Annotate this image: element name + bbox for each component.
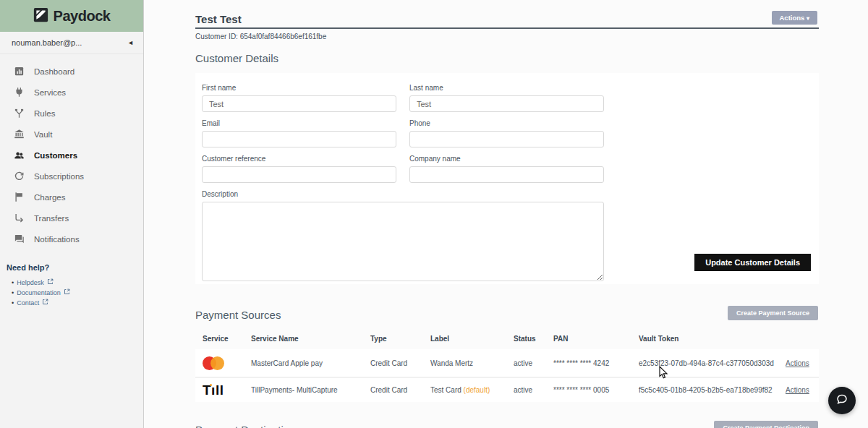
customer-id: Customer ID: 654af0faf84466b6ef161fbe — [195, 29, 819, 48]
chevron-down-icon: ▾ — [807, 15, 809, 22]
user-email: nouman.baber@p... — [12, 38, 82, 47]
cell-status: active — [514, 359, 553, 367]
help-chat-bubble-button[interactable] — [828, 387, 856, 414]
row-actions-link[interactable]: Actions — [786, 386, 809, 394]
col-type: Type — [370, 335, 430, 343]
sidebar-item-label: Charges — [34, 193, 65, 202]
col-service: Service — [203, 335, 251, 343]
phone-field-group: Phone — [409, 119, 604, 147]
col-pan: PAN — [553, 335, 639, 343]
plug-icon — [14, 87, 25, 98]
external-link-icon — [64, 288, 70, 296]
sidebar-item-notifications[interactable]: Notifications — [0, 228, 143, 249]
mastercard-logo-icon — [203, 356, 224, 370]
sidebar-item-customers[interactable]: Customers — [0, 145, 143, 166]
contact-link-label: Contact — [17, 299, 39, 307]
cell-pan: **** **** **** 4242 — [553, 359, 639, 367]
sidebar-item-label: Subscriptions — [34, 172, 84, 181]
payment-sources-table: MasterCard Apple pay Credit Card Wanda M… — [195, 349, 819, 402]
brand-name: Paydock — [54, 8, 111, 25]
need-help-title: Need help? — [7, 263, 143, 272]
sidebar-item-rules[interactable]: Rules — [0, 103, 143, 124]
default-badge: (default) — [464, 386, 490, 394]
row-actions-link[interactable]: Actions — [786, 359, 809, 367]
sidebar: Paydock nouman.baber@p... ◄ Dashboard Se… — [0, 0, 144, 428]
email-input[interactable] — [202, 131, 396, 147]
bank-icon — [14, 129, 25, 140]
customer-details-panel: First name Last name Email Phone Custome… — [195, 73, 819, 284]
update-customer-details-button[interactable]: Update Customer Details — [694, 254, 811, 271]
help-block: Need help? • Helpdesk • Documentation • … — [0, 263, 143, 307]
refresh-icon — [14, 171, 25, 181]
sidebar-collapse-icon[interactable]: ◄ — [127, 39, 134, 46]
sidebar-item-transfers[interactable]: Transfers — [0, 207, 143, 228]
company-name-label: Company name — [409, 155, 604, 163]
create-payment-destination-button[interactable]: Create Payment Destination — [714, 421, 818, 428]
company-name-input[interactable] — [409, 166, 604, 183]
documentation-link[interactable]: • Documentation — [12, 288, 143, 296]
sidebar-item-label: Dashboard — [34, 67, 75, 76]
sidebar-item-label: Customers — [34, 151, 77, 160]
page-header: Test Test Actions ▾ — [195, 0, 819, 29]
payment-sources-header: Payment Sources Create Payment Source — [195, 309, 819, 321]
table-row: MasterCard Apple pay Credit Card Wanda M… — [195, 349, 819, 377]
description-label: Description — [202, 190, 604, 198]
first-name-input[interactable] — [202, 95, 396, 112]
first-name-field-group: First name — [202, 84, 396, 112]
cell-service-name: TillPayments- MultiCapture — [251, 386, 370, 394]
description-textarea[interactable] — [202, 202, 604, 281]
email-field-group: Email — [202, 119, 396, 147]
brand-header: Paydock — [0, 0, 143, 32]
sidebar-item-charges[interactable]: Charges — [0, 187, 143, 207]
cell-status: active — [514, 386, 553, 394]
sidebar-item-label: Services — [34, 88, 66, 97]
helpdesk-link[interactable]: • Helpdesk — [12, 278, 143, 286]
page-title: Test Test — [195, 13, 819, 25]
cell-pan: **** **** **** 0005 — [553, 386, 639, 394]
customer-reference-label: Customer reference — [202, 155, 396, 163]
dashboard-icon — [14, 66, 25, 77]
col-service-name: Service Name — [251, 335, 370, 343]
cell-type: Credit Card — [370, 386, 430, 394]
flag-icon — [14, 192, 25, 202]
till-logo-icon: Tıll — [203, 383, 251, 397]
chat-bubble-icon — [835, 393, 848, 408]
email-label: Email — [202, 119, 396, 127]
phone-label: Phone — [409, 119, 604, 127]
customer-reference-field-group: Customer reference — [202, 155, 396, 183]
user-account-row[interactable]: nouman.baber@p... ◄ — [0, 32, 143, 54]
sidebar-item-subscriptions[interactable]: Subscriptions — [0, 166, 143, 187]
sidebar-item-label: Vault — [34, 130, 52, 139]
paydock-logo-icon — [33, 7, 48, 25]
documentation-link-label: Documentation — [17, 289, 61, 296]
sidebar-item-label: Transfers — [34, 214, 69, 223]
cell-label: Test Card (default) — [430, 386, 514, 394]
helpdesk-link-label: Helpdesk — [17, 279, 44, 286]
sidebar-item-dashboard[interactable]: Dashboard — [0, 61, 143, 82]
create-payment-source-button[interactable]: Create Payment Source — [728, 306, 818, 320]
cell-vault-token: e2c53f23-07db-494a-87c4-c377050d303d — [639, 359, 786, 367]
external-link-icon — [42, 299, 48, 307]
cell-label: Wanda Mertz — [430, 359, 514, 367]
last-name-label: Last name — [409, 84, 604, 92]
sidebar-item-services[interactable]: Services — [0, 82, 143, 103]
payment-sources-column-headers: Service Service Name Type Label Status P… — [195, 331, 819, 346]
sidebar-item-label: Notifications — [34, 235, 80, 244]
payment-destination-header: Payment Destination Create Payment Desti… — [195, 424, 819, 428]
main-content: Test Test Actions ▾ Customer ID: 654af0f… — [145, 0, 868, 428]
people-icon — [14, 150, 25, 160]
actions-dropdown-button[interactable]: Actions ▾ — [772, 11, 818, 25]
phone-input[interactable] — [409, 131, 604, 147]
contact-link[interactable]: • Contact — [12, 299, 143, 307]
company-name-field-group: Company name — [409, 155, 604, 183]
sidebar-item-vault[interactable]: Vault — [0, 124, 143, 145]
external-link-icon — [47, 278, 54, 286]
customer-reference-input[interactable] — [202, 166, 396, 183]
col-status: Status — [514, 335, 553, 343]
last-name-input[interactable] — [409, 95, 604, 112]
table-row: Tıll TillPayments- MultiCapture Credit C… — [195, 377, 819, 402]
col-vault-token: Vault Token — [639, 335, 786, 343]
sidebar-nav: Dashboard Services Rules Vault Customers — [0, 61, 143, 249]
description-field-group: Description — [202, 190, 604, 284]
col-label: Label — [430, 335, 514, 343]
